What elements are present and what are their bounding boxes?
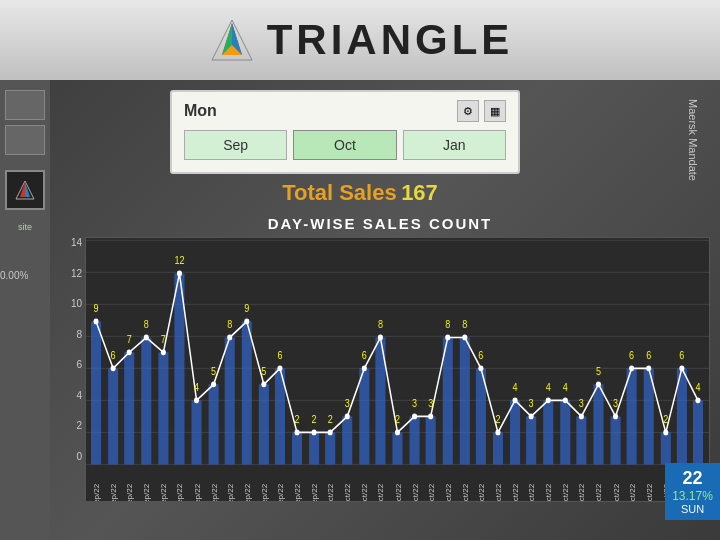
- svg-text:3: 3: [412, 398, 417, 410]
- svg-text:6: 6: [679, 350, 684, 362]
- svg-rect-42: [526, 416, 536, 464]
- svg-rect-24: [225, 337, 235, 464]
- svg-point-73: [428, 414, 433, 420]
- svg-text:1/Oct/22: 1/Oct/22: [327, 484, 335, 501]
- chart-title: DAY-WISE SALES COUNT: [50, 215, 710, 232]
- svg-text:6: 6: [111, 350, 116, 362]
- svg-point-79: [529, 414, 534, 420]
- svg-text:17/Oct/22: 17/Oct/22: [545, 484, 553, 501]
- svg-text:20/Oct/22: 20/Oct/22: [595, 484, 603, 501]
- svg-point-74: [445, 335, 450, 341]
- svg-point-68: [345, 414, 350, 420]
- header: TRIANGLE: [0, 0, 720, 80]
- svg-point-57: [161, 349, 166, 355]
- sidebar-menu-item-1[interactable]: [5, 90, 45, 120]
- svg-point-59: [194, 398, 199, 404]
- svg-text:25/Sep/22: 25/Sep/22: [226, 484, 234, 501]
- x-axis-labels: 17/Sep/22 18/Sep/22 19/Sep/22 20/Sep/22 …: [93, 484, 704, 501]
- filter-export-icon[interactable]: ▦: [484, 100, 506, 122]
- filter-icons: ⚙ ▦: [457, 100, 506, 122]
- chart-area: 9 6 7 8 7 12 4 5 8 9 5 6 2 2 2 3 6: [85, 237, 710, 502]
- svg-text:2: 2: [663, 414, 668, 426]
- pct-label: 0.00%: [0, 270, 28, 281]
- filter-settings-icon[interactable]: ⚙: [457, 100, 479, 122]
- svg-text:9: 9: [244, 303, 249, 315]
- svg-point-69: [362, 365, 367, 371]
- svg-text:3: 3: [529, 398, 534, 410]
- bottom-right-panel: 22 13.17% SUN: [665, 463, 720, 520]
- svg-point-76: [478, 365, 483, 371]
- value-labels: 9 6 7 8 7 12 4 5 8 9 5 6 2 2 2 3 6: [94, 255, 701, 426]
- svg-text:6: 6: [646, 350, 651, 362]
- svg-point-86: [646, 365, 651, 371]
- svg-point-83: [596, 382, 601, 388]
- svg-text:30/Sep/22: 30/Sep/22: [311, 484, 319, 501]
- triangle-logo-icon: [207, 15, 257, 65]
- y-label-8: 8: [76, 329, 82, 340]
- svg-text:2: 2: [495, 414, 500, 426]
- svg-rect-26: [259, 384, 269, 464]
- filter-panel: Mon ⚙ ▦ Sep Oct Jan: [170, 90, 520, 174]
- svg-text:15/Oct/22: 15/Oct/22: [528, 484, 536, 501]
- svg-rect-35: [410, 416, 420, 464]
- left-sidebar: site: [0, 80, 50, 540]
- svg-text:18/Sep/22: 18/Sep/22: [110, 484, 118, 501]
- svg-rect-23: [209, 384, 219, 464]
- svg-text:10/Oct/22: 10/Oct/22: [444, 484, 452, 501]
- month-sep-button[interactable]: Sep: [184, 130, 287, 160]
- total-sales-value: 167: [401, 180, 438, 205]
- svg-text:8: 8: [445, 319, 450, 331]
- chart-wrapper: 0 2 4 6 8 10 12 14: [50, 237, 710, 492]
- svg-point-78: [513, 398, 518, 404]
- svg-rect-46: [593, 384, 603, 464]
- y-label-0: 0: [76, 451, 82, 462]
- svg-rect-19: [141, 337, 151, 464]
- svg-text:8/Oct/22: 8/Oct/22: [427, 484, 435, 501]
- svg-rect-41: [510, 400, 520, 464]
- svg-text:19/Sep/22: 19/Sep/22: [126, 484, 134, 501]
- total-sales-container: Total Sales 167: [0, 180, 720, 206]
- svg-point-61: [227, 335, 232, 341]
- svg-rect-17: [108, 368, 118, 464]
- svg-rect-25: [242, 321, 252, 464]
- svg-text:5: 5: [261, 366, 266, 378]
- svg-text:2/Oct/22: 2/Oct/22: [344, 484, 352, 501]
- month-oct-button[interactable]: Oct: [293, 130, 396, 160]
- svg-text:6: 6: [478, 350, 483, 362]
- svg-text:27/Sep/22: 27/Sep/22: [260, 484, 268, 501]
- svg-rect-29: [309, 432, 319, 464]
- svg-text:5: 5: [596, 366, 601, 378]
- svg-rect-16: [91, 321, 101, 464]
- svg-text:6: 6: [362, 350, 367, 362]
- filter-title: Mon: [184, 102, 217, 120]
- svg-point-60: [211, 382, 216, 388]
- chart-container: DAY-WISE SALES COUNT 0 2 4 6 8 10 12 14: [50, 215, 710, 520]
- svg-text:4: 4: [194, 382, 200, 394]
- total-sales-label: Total Sales: [282, 180, 397, 205]
- svg-text:7: 7: [127, 334, 132, 346]
- month-jan-button[interactable]: Jan: [403, 130, 506, 160]
- svg-text:11/Oct/22: 11/Oct/22: [461, 484, 469, 501]
- svg-text:2: 2: [312, 414, 317, 426]
- svg-text:3: 3: [613, 398, 618, 410]
- filter-header: Mon ⚙ ▦: [184, 100, 506, 122]
- svg-point-77: [495, 430, 500, 436]
- svg-point-55: [127, 349, 132, 355]
- y-label-14: 14: [71, 237, 82, 248]
- svg-point-71: [395, 430, 400, 436]
- y-label-4: 4: [76, 390, 82, 401]
- svg-point-81: [563, 398, 568, 404]
- chart-svg: 9 6 7 8 7 12 4 5 8 9 5 6 2 2 2 3 6: [86, 238, 709, 501]
- svg-point-54: [111, 365, 116, 371]
- data-dots: [94, 271, 701, 436]
- svg-point-63: [261, 382, 266, 388]
- svg-text:3: 3: [428, 398, 433, 410]
- svg-text:19/Oct/22: 19/Oct/22: [578, 484, 586, 501]
- svg-text:6: 6: [277, 350, 282, 362]
- sidebar-menu-item-2[interactable]: [5, 125, 45, 155]
- y-label-2: 2: [76, 420, 82, 431]
- bottom-right-number: 22: [670, 468, 715, 489]
- svg-text:22/Oct/22: 22/Oct/22: [628, 484, 636, 501]
- svg-rect-48: [627, 368, 637, 464]
- y-label-10: 10: [71, 298, 82, 309]
